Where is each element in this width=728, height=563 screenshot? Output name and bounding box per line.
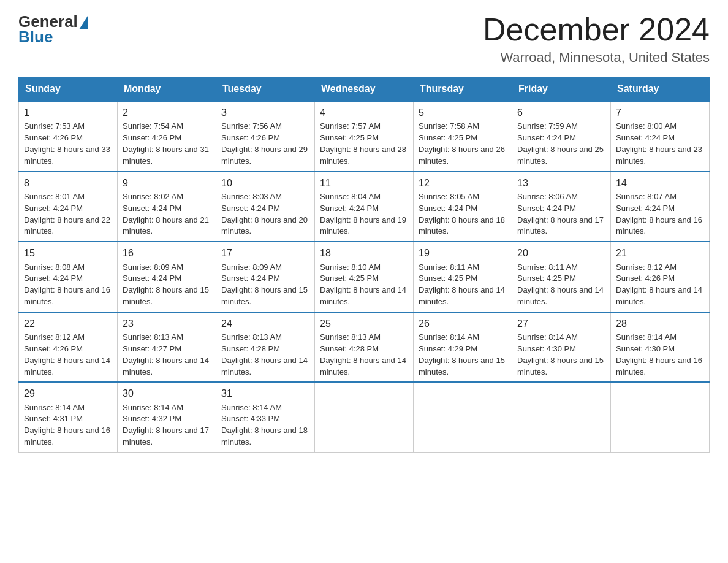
day-number: 12 bbox=[419, 176, 507, 190]
day-number: 22 bbox=[24, 316, 112, 331]
table-row: 6Sunrise: 7:59 AMSunset: 4:24 PMDaylight… bbox=[512, 101, 611, 172]
day-number: 28 bbox=[616, 316, 704, 331]
day-number: 2 bbox=[123, 105, 211, 120]
logo: General Blue bbox=[18, 12, 88, 47]
calendar-week-row: 15Sunrise: 8:08 AMSunset: 4:24 PMDayligh… bbox=[19, 242, 710, 312]
day-number: 1 bbox=[24, 105, 112, 120]
table-row: 28Sunrise: 8:14 AMSunset: 4:30 PMDayligh… bbox=[611, 312, 710, 383]
table-row: 25Sunrise: 8:13 AMSunset: 4:28 PMDayligh… bbox=[315, 312, 414, 383]
table-row: 3Sunrise: 7:56 AMSunset: 4:26 PMDaylight… bbox=[216, 101, 315, 172]
table-row: 27Sunrise: 8:14 AMSunset: 4:30 PMDayligh… bbox=[512, 312, 611, 383]
calendar-week-row: 8Sunrise: 8:01 AMSunset: 4:24 PMDaylight… bbox=[19, 172, 710, 242]
table-row: 19Sunrise: 8:11 AMSunset: 4:25 PMDayligh… bbox=[414, 242, 512, 312]
table-row: 20Sunrise: 8:11 AMSunset: 4:25 PMDayligh… bbox=[512, 242, 611, 312]
day-number: 21 bbox=[616, 246, 704, 260]
calendar-table: Sunday Monday Tuesday Wednesday Thursday… bbox=[18, 77, 710, 453]
header-thursday: Thursday bbox=[414, 77, 512, 102]
table-row: 29Sunrise: 8:14 AMSunset: 4:31 PMDayligh… bbox=[19, 382, 118, 452]
day-number: 8 bbox=[24, 176, 112, 190]
calendar-week-row: 29Sunrise: 8:14 AMSunset: 4:31 PMDayligh… bbox=[19, 382, 710, 452]
table-row: 5Sunrise: 7:58 AMSunset: 4:25 PMDaylight… bbox=[414, 101, 512, 172]
day-number: 15 bbox=[24, 246, 112, 260]
header-tuesday: Tuesday bbox=[216, 77, 315, 102]
table-row: 23Sunrise: 8:13 AMSunset: 4:27 PMDayligh… bbox=[118, 312, 216, 383]
table-row: 15Sunrise: 8:08 AMSunset: 4:24 PMDayligh… bbox=[19, 242, 118, 312]
day-number: 30 bbox=[123, 386, 211, 400]
table-row: 9Sunrise: 8:02 AMSunset: 4:24 PMDaylight… bbox=[118, 172, 216, 242]
day-number: 29 bbox=[24, 386, 112, 400]
table-row: 14Sunrise: 8:07 AMSunset: 4:24 PMDayligh… bbox=[611, 172, 710, 242]
table-row: 1Sunrise: 7:53 AMSunset: 4:26 PMDaylight… bbox=[19, 101, 118, 172]
table-row: 30Sunrise: 8:14 AMSunset: 4:32 PMDayligh… bbox=[118, 382, 216, 452]
table-row: 26Sunrise: 8:14 AMSunset: 4:29 PMDayligh… bbox=[414, 312, 512, 383]
calendar-week-row: 1Sunrise: 7:53 AMSunset: 4:26 PMDaylight… bbox=[19, 101, 710, 172]
day-number: 26 bbox=[419, 316, 507, 331]
page-header: General Blue December 2024 Warroad, Minn… bbox=[18, 12, 710, 66]
month-title: December 2024 bbox=[483, 12, 710, 47]
table-row: 22Sunrise: 8:12 AMSunset: 4:26 PMDayligh… bbox=[19, 312, 118, 383]
day-number: 27 bbox=[517, 316, 605, 331]
day-number: 3 bbox=[221, 105, 309, 120]
table-row: 11Sunrise: 8:04 AMSunset: 4:24 PMDayligh… bbox=[315, 172, 414, 242]
table-row: 18Sunrise: 8:10 AMSunset: 4:25 PMDayligh… bbox=[315, 242, 414, 312]
day-number: 4 bbox=[320, 105, 408, 120]
day-number: 7 bbox=[616, 105, 704, 120]
day-number: 18 bbox=[320, 246, 408, 260]
day-number: 6 bbox=[517, 105, 605, 120]
day-number: 13 bbox=[517, 176, 605, 190]
table-row: 7Sunrise: 8:00 AMSunset: 4:24 PMDaylight… bbox=[611, 101, 710, 172]
day-number: 23 bbox=[123, 316, 211, 331]
logo-triangle-icon bbox=[79, 16, 88, 29]
header-friday: Friday bbox=[512, 77, 611, 102]
day-number: 25 bbox=[320, 316, 408, 331]
day-number: 19 bbox=[419, 246, 507, 260]
day-number: 24 bbox=[221, 316, 309, 331]
table-row: 31Sunrise: 8:14 AMSunset: 4:33 PMDayligh… bbox=[216, 382, 315, 452]
header-sunday: Sunday bbox=[19, 77, 118, 102]
table-row bbox=[315, 382, 414, 452]
calendar-header-row: Sunday Monday Tuesday Wednesday Thursday… bbox=[19, 77, 710, 102]
table-row: 13Sunrise: 8:06 AMSunset: 4:24 PMDayligh… bbox=[512, 172, 611, 242]
day-number: 20 bbox=[517, 246, 605, 260]
header-saturday: Saturday bbox=[611, 77, 710, 102]
logo-blue-text: Blue bbox=[18, 28, 53, 47]
title-section: December 2024 Warroad, Minnesota, United… bbox=[483, 12, 710, 66]
table-row: 2Sunrise: 7:54 AMSunset: 4:26 PMDaylight… bbox=[118, 101, 216, 172]
day-number: 17 bbox=[221, 246, 309, 260]
table-row bbox=[512, 382, 611, 452]
location: Warroad, Minnesota, United States bbox=[483, 50, 710, 66]
table-row: 10Sunrise: 8:03 AMSunset: 4:24 PMDayligh… bbox=[216, 172, 315, 242]
header-monday: Monday bbox=[118, 77, 216, 102]
table-row bbox=[414, 382, 512, 452]
table-row: 21Sunrise: 8:12 AMSunset: 4:26 PMDayligh… bbox=[611, 242, 710, 312]
header-wednesday: Wednesday bbox=[315, 77, 414, 102]
day-number: 11 bbox=[320, 176, 408, 190]
calendar-week-row: 22Sunrise: 8:12 AMSunset: 4:26 PMDayligh… bbox=[19, 312, 710, 383]
day-number: 5 bbox=[419, 105, 507, 120]
table-row bbox=[611, 382, 710, 452]
day-number: 31 bbox=[221, 386, 309, 400]
day-number: 10 bbox=[221, 176, 309, 190]
day-number: 14 bbox=[616, 176, 704, 190]
table-row: 8Sunrise: 8:01 AMSunset: 4:24 PMDaylight… bbox=[19, 172, 118, 242]
table-row: 17Sunrise: 8:09 AMSunset: 4:24 PMDayligh… bbox=[216, 242, 315, 312]
table-row: 4Sunrise: 7:57 AMSunset: 4:25 PMDaylight… bbox=[315, 101, 414, 172]
day-number: 16 bbox=[123, 246, 211, 260]
table-row: 24Sunrise: 8:13 AMSunset: 4:28 PMDayligh… bbox=[216, 312, 315, 383]
table-row: 16Sunrise: 8:09 AMSunset: 4:24 PMDayligh… bbox=[118, 242, 216, 312]
table-row: 12Sunrise: 8:05 AMSunset: 4:24 PMDayligh… bbox=[414, 172, 512, 242]
day-number: 9 bbox=[123, 176, 211, 190]
